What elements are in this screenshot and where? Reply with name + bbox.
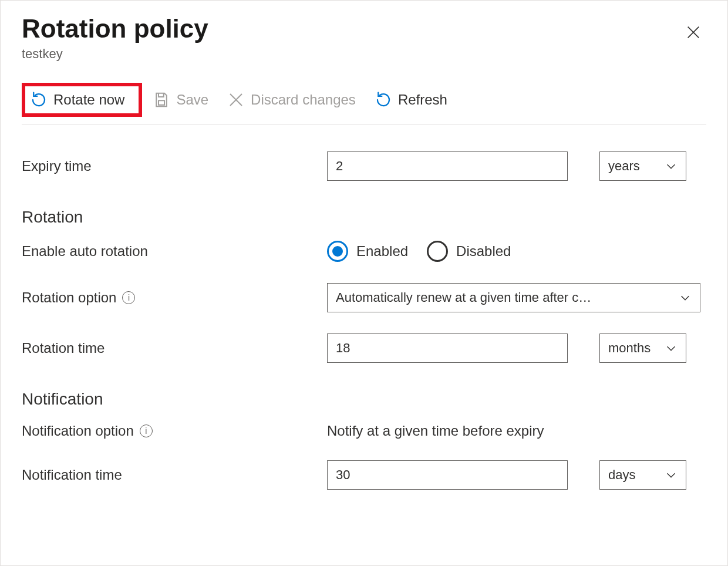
notification-time-label: Notification time: [22, 467, 327, 483]
rotation-time-unit-value: months: [608, 341, 651, 356]
disabled-text: Disabled: [456, 243, 511, 260]
expiry-time-unit-select[interactable]: years: [599, 151, 686, 181]
rotation-time-label: Rotation time: [22, 340, 327, 356]
rotation-option-label: Rotation option: [22, 289, 116, 306]
refresh-button[interactable]: Refresh: [371, 87, 456, 112]
notification-option-label: Notification option: [22, 423, 134, 439]
chevron-down-icon: [665, 160, 678, 173]
info-icon[interactable]: i: [122, 291, 135, 304]
rotation-option-value: Automatically renew at a given time afte…: [336, 290, 679, 305]
form-body: Expiry time years Rotation Enable auto r…: [22, 141, 706, 500]
row-enable-auto-rotation: Enable auto rotation Enabled Disabled: [22, 230, 706, 272]
discard-label: Discard changes: [251, 93, 356, 107]
page-subtitle: testkey: [22, 46, 208, 62]
expiry-time-label: Expiry time: [22, 158, 327, 174]
rotate-now-button[interactable]: Rotate now: [26, 87, 133, 112]
rotation-heading: Rotation: [22, 208, 706, 227]
radio-disabled[interactable]: Disabled: [427, 241, 511, 262]
row-notification-time: Notification time days: [22, 450, 706, 500]
save-icon: [153, 91, 170, 109]
svg-rect-2: [159, 101, 164, 106]
close-button[interactable]: [680, 19, 706, 45]
discard-icon: [227, 91, 245, 109]
toolbar: Rotate now Save Discard changes Refresh: [22, 83, 706, 124]
auto-rotation-radio-group: Enabled Disabled: [327, 241, 511, 262]
notification-heading: Notification: [22, 390, 706, 409]
info-icon[interactable]: i: [140, 424, 153, 437]
row-notification-option: Notification option i Notify at a given …: [22, 412, 706, 450]
rotation-time-input[interactable]: [327, 333, 568, 363]
save-button: Save: [149, 87, 217, 112]
rotation-time-unit-select[interactable]: months: [599, 333, 686, 363]
row-rotation-time: Rotation time months: [22, 323, 706, 373]
chevron-down-icon: [665, 469, 678, 481]
page-title: Rotation policy: [22, 15, 208, 43]
notification-time-unit-select[interactable]: days: [599, 460, 686, 490]
row-rotation-option: Rotation option i Automatically renew at…: [22, 272, 706, 323]
enable-auto-rotation-label: Enable auto rotation: [22, 243, 327, 260]
notification-time-unit-value: days: [608, 467, 635, 483]
close-icon: [685, 24, 702, 41]
notification-time-input[interactable]: [327, 460, 568, 490]
expiry-time-unit-value: years: [608, 159, 640, 174]
discard-button: Discard changes: [224, 87, 364, 112]
refresh-label: Refresh: [398, 93, 447, 107]
rotation-option-select[interactable]: Automatically renew at a given time afte…: [327, 283, 700, 312]
chevron-down-icon: [679, 291, 692, 304]
refresh-icon: [375, 91, 392, 109]
save-label: Save: [176, 93, 208, 107]
notification-option-value: Notify at a given time before expiry: [327, 423, 544, 439]
expiry-time-input[interactable]: [327, 151, 568, 181]
radio-dot: [332, 246, 343, 257]
radio-circle-disabled: [427, 241, 448, 262]
radio-enabled[interactable]: Enabled: [327, 241, 408, 262]
enabled-text: Enabled: [356, 243, 408, 260]
rotate-now-highlight: Rotate now: [22, 83, 142, 117]
row-expiry-time: Expiry time years: [22, 141, 706, 191]
chevron-down-icon: [665, 342, 678, 355]
radio-circle-enabled: [327, 241, 348, 262]
panel-header: Rotation policy testkey: [22, 15, 706, 62]
rotation-policy-panel: Rotation policy testkey Rotate now Save: [0, 0, 728, 566]
rotate-icon: [30, 91, 48, 109]
rotate-now-label: Rotate now: [53, 93, 124, 107]
